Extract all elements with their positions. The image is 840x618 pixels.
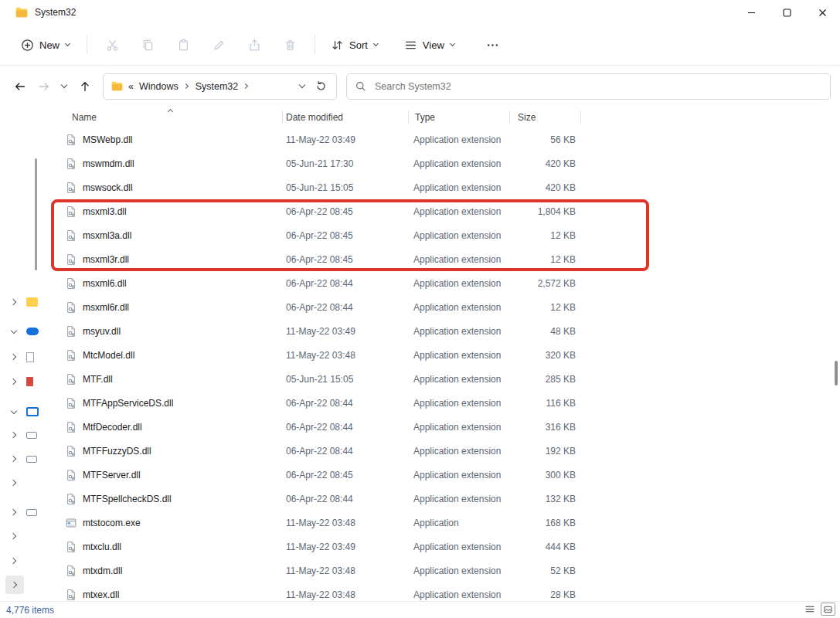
- table-row[interactable]: MtfDecoder.dll 06-Apr-22 08:44 Applicati…: [60, 415, 840, 439]
- sidebar-scrollbar-thumb[interactable]: [35, 158, 37, 270]
- file-icon: [65, 277, 77, 290]
- address-dropdown-chevron-icon[interactable]: [299, 83, 306, 90]
- table-row[interactable]: MTFFuzzyDS.dll 06-Apr-22 08:44 Applicati…: [60, 439, 840, 463]
- chevron-right-icon[interactable]: [11, 509, 18, 516]
- file-icon: [65, 469, 77, 481]
- recent-locations-button[interactable]: [56, 74, 73, 98]
- column-header-type[interactable]: Type: [409, 107, 510, 127]
- command-bar: New Sort: [0, 25, 840, 66]
- table-row[interactable]: mswsock.dll 05-Jun-21 15:05 Application …: [60, 175, 840, 199]
- rename-button[interactable]: [201, 33, 236, 57]
- sidebar-item-this-pc[interactable]: [11, 402, 39, 421]
- search-input[interactable]: [373, 80, 822, 93]
- sidebar-item[interactable]: [11, 552, 18, 570]
- file-name: msxml3.dll: [83, 206, 127, 217]
- minimize-button[interactable]: [733, 0, 769, 25]
- sidebar-item[interactable]: [11, 426, 37, 444]
- chevron-right-icon[interactable]: [11, 432, 18, 439]
- table-row[interactable]: mtxdm.dll 11-May-22 03:48 Application ex…: [60, 559, 840, 582]
- sidebar-item[interactable]: [11, 576, 24, 594]
- table-row[interactable]: msyuv.dll 11-May-22 03:49 Application ex…: [60, 319, 840, 343]
- new-button[interactable]: New: [12, 33, 80, 57]
- chevron-right-icon[interactable]: [243, 83, 250, 90]
- table-row[interactable]: MTF.dll 05-Jun-21 15:05 Application exte…: [60, 367, 840, 391]
- paste-button[interactable]: [165, 33, 201, 57]
- breadcrumb-windows[interactable]: Windows: [139, 81, 179, 92]
- chevron-down-icon[interactable]: [11, 328, 18, 335]
- file-icon: [65, 373, 77, 385]
- refresh-button[interactable]: [311, 77, 330, 96]
- sidebar-item[interactable]: [11, 348, 34, 366]
- sidebar-item[interactable]: [11, 372, 33, 391]
- chevron-down-icon[interactable]: [11, 409, 18, 416]
- file-name: mtxdm.dll: [83, 565, 122, 576]
- breadcrumb-overflow[interactable]: «: [128, 81, 134, 92]
- table-row[interactable]: msxml6.dll 06-Apr-22 08:44 Application e…: [60, 271, 840, 295]
- vertical-scrollbar-thumb[interactable]: [835, 361, 838, 385]
- file-size: 28 KB: [510, 589, 581, 600]
- see-more-button[interactable]: [475, 33, 511, 57]
- sidebar-item[interactable]: [11, 527, 18, 545]
- up-button[interactable]: [73, 74, 97, 98]
- chevron-right-icon[interactable]: [11, 299, 18, 306]
- close-button[interactable]: [804, 0, 840, 25]
- table-row[interactable]: MSWebp.dll 11-May-22 03:49 Application e…: [60, 127, 840, 151]
- sidebar-item[interactable]: [11, 503, 37, 521]
- file-list: MSWebp.dll 11-May-22 03:49 Application e…: [60, 127, 840, 601]
- address-bar[interactable]: « Windows System32: [103, 73, 337, 100]
- sidebar-item-onedrive[interactable]: [11, 322, 39, 341]
- table-row[interactable]: MTFServer.dll 06-Apr-22 08:45 Applicatio…: [60, 463, 840, 487]
- chevron-right-icon[interactable]: [11, 354, 18, 361]
- table-row[interactable]: mtxclu.dll 11-May-22 03:49 Application e…: [60, 535, 840, 559]
- sort-button[interactable]: Sort: [322, 33, 388, 57]
- table-row[interactable]: mswmdm.dll 05-Jun-21 17:30 Application e…: [60, 151, 840, 175]
- chevron-right-icon[interactable]: [11, 379, 18, 385]
- back-button[interactable]: [8, 74, 32, 98]
- cut-button[interactable]: [94, 33, 130, 57]
- table-row[interactable]: mtxex.dll 11-May-22 03:48 Application ex…: [60, 582, 840, 601]
- file-name: msyuv.dll: [83, 326, 121, 337]
- table-row[interactable]: MtcModel.dll 11-May-22 03:48 Application…: [60, 343, 840, 367]
- table-row[interactable]: msxml6r.dll 06-Apr-22 08:44 Application …: [60, 295, 840, 319]
- file-icon: [65, 565, 77, 577]
- column-header-name[interactable]: Name: [60, 107, 283, 127]
- chevron-down-icon: [450, 42, 456, 48]
- chevron-right-icon[interactable]: [184, 83, 190, 90]
- table-row[interactable]: MTFSpellcheckDS.dll 06-Apr-22 08:44 Appl…: [60, 487, 840, 511]
- chevron-right-icon[interactable]: [11, 456, 18, 463]
- details-view-button[interactable]: [802, 603, 817, 616]
- table-row[interactable]: MTFAppServiceDS.dll 06-Apr-22 08:44 Appl…: [60, 391, 840, 415]
- chevron-right-icon[interactable]: [12, 582, 19, 589]
- chevron-right-icon[interactable]: [11, 558, 18, 565]
- copy-button[interactable]: [130, 33, 165, 57]
- share-button[interactable]: [236, 33, 272, 57]
- chevron-right-icon[interactable]: [11, 480, 18, 487]
- search-box[interactable]: [346, 73, 831, 100]
- delete-button[interactable]: [272, 33, 308, 57]
- scissors-icon: [106, 39, 119, 52]
- chevron-highlight[interactable]: [5, 576, 24, 594]
- sidebar-item[interactable]: [11, 293, 38, 311]
- sidebar-item[interactable]: [11, 450, 37, 468]
- table-row[interactable]: msxml3.dll 06-Apr-22 08:45 Application e…: [60, 199, 840, 223]
- folder-icon: [26, 297, 38, 307]
- view-toggles: [802, 603, 835, 616]
- column-header-date-modified[interactable]: Date modified: [283, 107, 409, 127]
- chevron-down-icon: [61, 83, 68, 90]
- view-button[interactable]: View: [396, 33, 464, 57]
- maximize-button[interactable]: [769, 0, 804, 25]
- column-header-size[interactable]: Size: [510, 107, 581, 127]
- table-row[interactable]: msxml3a.dll 06-Apr-22 08:45 Application …: [60, 223, 840, 247]
- breadcrumb-system32[interactable]: System32: [196, 81, 239, 92]
- table-row[interactable]: mtstocom.exe 11-May-22 03:48 Application…: [60, 511, 840, 535]
- file-name: mswmdm.dll: [83, 158, 134, 169]
- file-date-modified: 06-Apr-22 08:45: [283, 230, 409, 241]
- table-row[interactable]: msxml3r.dll 06-Apr-22 08:45 Application …: [60, 247, 840, 271]
- forward-button[interactable]: [32, 74, 56, 98]
- file-size: 12 KB: [510, 230, 581, 241]
- chevron-right-icon[interactable]: [11, 533, 18, 540]
- explorer-tab[interactable]: System32: [8, 0, 83, 25]
- sidebar-item[interactable]: [11, 474, 18, 492]
- large-icons-view-button[interactable]: [821, 603, 835, 616]
- toolbar-divider: [315, 36, 315, 54]
